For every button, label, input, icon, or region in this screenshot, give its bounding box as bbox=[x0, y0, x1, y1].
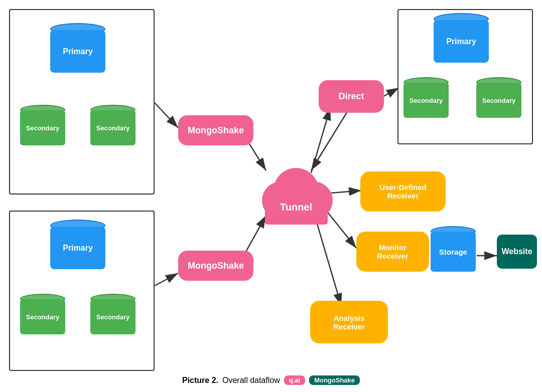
replica-set-topright: Primary Secondary Secondary bbox=[397, 9, 533, 144]
primary-label-topright: Primary bbox=[434, 20, 489, 63]
analysis-receiver-box: Analysis Receiver bbox=[310, 301, 388, 343]
secondary2-label-topleft: Secondary bbox=[90, 110, 136, 145]
direct-label: Direct bbox=[338, 91, 364, 102]
cylinder-primary-topright: Primary bbox=[434, 20, 489, 63]
cylinder-secondary1-topright: Secondary bbox=[403, 83, 449, 118]
cylinder-secondary2-topright: Secondary bbox=[476, 83, 521, 118]
direct-box: Direct bbox=[319, 80, 384, 113]
secondary2-label-topright: Secondary bbox=[476, 83, 521, 118]
caption-watermark1: q.ai bbox=[284, 375, 305, 385]
analysis-receiver-label: Analysis Receiver bbox=[333, 314, 365, 331]
cylinder-primary-bottomleft: Primary bbox=[50, 227, 105, 269]
secondary2-label-bottomleft: Secondary bbox=[90, 299, 136, 334]
primary-label-bottomleft: Primary bbox=[50, 227, 105, 269]
tunnel-cloud-svg: Tunnel bbox=[256, 155, 336, 231]
mongoshake2-box: MongoShake bbox=[178, 251, 253, 281]
cylinder-secondary1-topleft: Secondary bbox=[20, 110, 65, 145]
secondary1-label-bottomleft: Secondary bbox=[20, 299, 65, 334]
website-label: Website bbox=[501, 247, 532, 256]
tunnel-container: Tunnel bbox=[256, 155, 336, 231]
cylinder-secondary2-bottomleft: Secondary bbox=[90, 299, 136, 334]
caption-watermark2: MongoShake bbox=[309, 375, 360, 385]
caption-text: Overall dataflow bbox=[222, 376, 280, 385]
cylinder-secondary2-topleft: Secondary bbox=[90, 110, 136, 145]
replica-set-bottomleft: Primary Secondary Secondary bbox=[9, 211, 155, 371]
cylinder-secondary1-bottomleft: Secondary bbox=[20, 299, 65, 334]
storage-cylinder: Storage bbox=[431, 232, 476, 272]
secondary1-label-topright: Secondary bbox=[403, 83, 449, 118]
secondary1-label-topleft: Secondary bbox=[20, 110, 65, 145]
website-box: Website bbox=[497, 235, 537, 269]
diagram: Primary Secondary Secondary Primary Seco… bbox=[0, 0, 542, 392]
svg-text:Tunnel: Tunnel bbox=[280, 202, 312, 213]
user-defined-label: User-Defined Receiver bbox=[379, 183, 426, 200]
caption-bold: Picture 2. bbox=[182, 376, 218, 385]
svg-line-9 bbox=[316, 221, 341, 306]
cylinder-primary-topleft: Primary bbox=[50, 30, 105, 73]
primary-label-topleft: Primary bbox=[50, 30, 105, 73]
monitor-receiver-box: Monitor Receiver bbox=[356, 232, 429, 272]
caption: Picture 2. Overall dataflow q.ai MongoSh… bbox=[182, 375, 360, 385]
user-defined-box: User-Defined Receiver bbox=[360, 171, 446, 212]
mongoshake1-label: MongoShake bbox=[188, 125, 244, 136]
storage-label: Storage bbox=[431, 232, 476, 272]
mongoshake2-label: MongoShake bbox=[188, 261, 244, 271]
svg-line-1 bbox=[155, 103, 178, 128]
svg-line-3 bbox=[155, 273, 178, 286]
replica-set-topleft: Primary Secondary Secondary bbox=[9, 9, 155, 194]
mongoshake1-box: MongoShake bbox=[178, 115, 253, 145]
monitor-receiver-label: Monitor Receiver bbox=[377, 243, 409, 260]
